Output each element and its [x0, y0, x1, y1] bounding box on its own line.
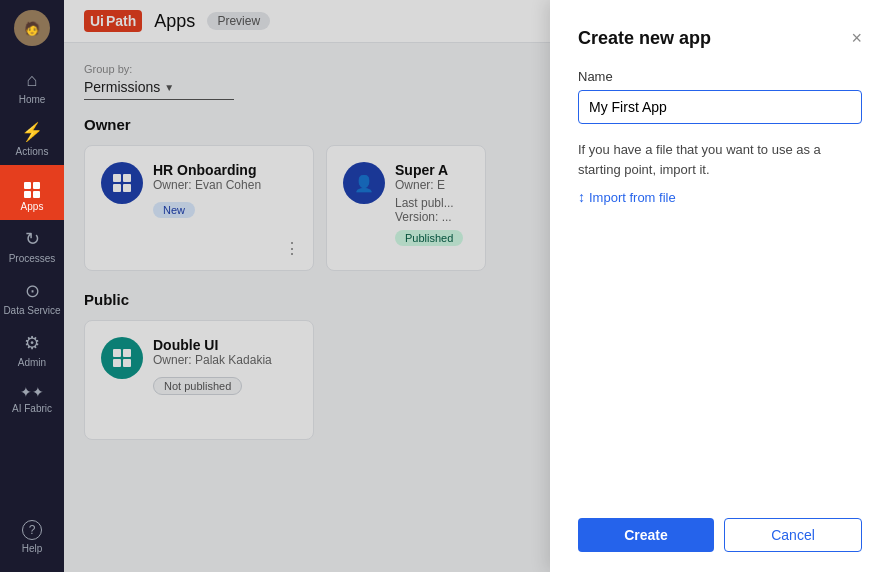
app-name-input[interactable]: [578, 90, 862, 124]
sidebar-item-label: Processes: [9, 253, 56, 264]
sidebar-item-label: AI Fabric: [12, 403, 52, 414]
import-from-file-link[interactable]: ↕ Import from file: [578, 189, 862, 205]
avatar: 🧑: [14, 10, 50, 46]
sidebar-item-label: Home: [19, 94, 46, 105]
sidebar-item-label: Data Service: [3, 305, 60, 316]
create-app-modal: Create new app × Name If you have a file…: [550, 0, 890, 572]
actions-icon: ⚡: [21, 121, 43, 143]
sidebar-item-actions[interactable]: ⚡ Actions: [0, 113, 64, 165]
sidebar-item-label: Help: [22, 543, 43, 554]
name-label: Name: [578, 69, 862, 84]
sidebar-item-ai-fabric[interactable]: ✦✦ AI Fabric: [0, 376, 64, 422]
cancel-button[interactable]: Cancel: [724, 518, 862, 552]
modal-header: Create new app ×: [578, 28, 862, 49]
create-button[interactable]: Create: [578, 518, 714, 552]
modal-title: Create new app: [578, 28, 711, 49]
sidebar-item-label: Apps: [21, 201, 44, 212]
help-icon: ?: [22, 520, 42, 540]
sidebar-item-admin[interactable]: ⚙ Admin: [0, 324, 64, 376]
processes-icon: ↻: [25, 228, 40, 250]
sidebar-item-data-service[interactable]: ⊙ Data Service: [0, 272, 64, 324]
sidebar: 🧑 ⌂ Home ⚡ Actions Apps ↻ Processes ⊙ Da…: [0, 0, 64, 572]
sidebar-item-home[interactable]: ⌂ Home: [0, 62, 64, 113]
ai-fabric-icon: ✦✦: [20, 384, 44, 400]
sidebar-item-label: Admin: [18, 357, 46, 368]
data-service-icon: ⊙: [25, 280, 40, 302]
apps-icon: [24, 173, 40, 198]
modal-actions: Create Cancel: [578, 518, 862, 552]
sidebar-item-processes[interactable]: ↻ Processes: [0, 220, 64, 272]
modal-close-button[interactable]: ×: [851, 28, 862, 49]
import-arrow-icon: ↕: [578, 189, 585, 205]
import-label: Import from file: [589, 190, 676, 205]
admin-icon: ⚙: [24, 332, 40, 354]
sidebar-item-label: Actions: [16, 146, 49, 157]
sidebar-item-help[interactable]: ? Help: [0, 512, 64, 562]
home-icon: ⌂: [27, 70, 38, 91]
modal-hint: If you have a file that you want to use …: [578, 140, 862, 179]
sidebar-item-apps[interactable]: Apps: [0, 165, 64, 220]
